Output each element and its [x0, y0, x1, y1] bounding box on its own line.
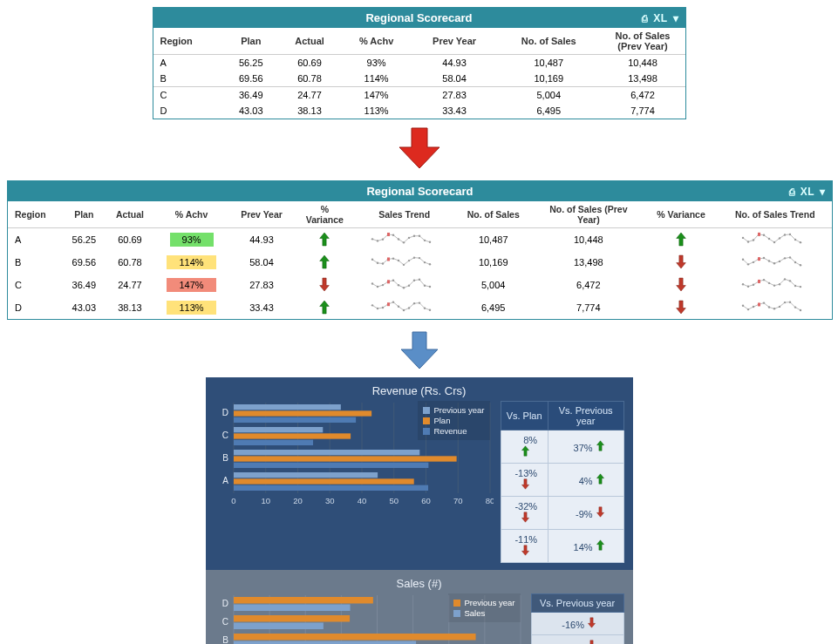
- svg-point-78: [371, 304, 372, 306]
- sparkline-icon: [371, 299, 439, 316]
- svg-rect-163: [234, 634, 476, 641]
- col-header: Prev Year: [228, 201, 294, 228]
- svg-point-4: [392, 234, 393, 235]
- cell-plan: 36.49: [224, 87, 278, 104]
- revenue-legend: Previous yearPlanRevenue: [418, 401, 489, 440]
- svg-rect-123: [234, 404, 341, 410]
- col-nsales: No. of Sales: [497, 28, 600, 55]
- variance-arrow-icon: [521, 545, 530, 558]
- cell-region: D: [8, 296, 62, 319]
- svg-rect-158: [234, 605, 351, 612]
- dropdown-icon[interactable]: ▾: [820, 186, 825, 198]
- svg-text:B: B: [222, 635, 228, 645]
- variance-arrow-icon: [587, 640, 596, 644]
- col-actual: Actual: [278, 28, 341, 55]
- table-row: B69.5660.78114%58.0410,16913,498: [8, 251, 832, 274]
- legend-item: Previous year: [423, 405, 484, 415]
- svg-rect-160: [234, 615, 350, 622]
- cell-prev: 33.43: [412, 103, 497, 119]
- svg-point-95: [763, 302, 765, 303]
- svg-point-99: [784, 302, 786, 303]
- export-xl-button[interactable]: XL: [801, 186, 814, 198]
- chart-dashboard: Revenue (Rs. Crs) 01020304050607080DCBA …: [206, 377, 633, 644]
- svg-point-96: [768, 306, 770, 308]
- legend-item: Sales: [453, 608, 514, 618]
- svg-point-101: [794, 306, 796, 308]
- svg-point-50: [800, 264, 801, 266]
- cell-plan: 43.03: [224, 103, 278, 119]
- cell-achv: 93%: [341, 55, 412, 71]
- dropdown-icon[interactable]: ▾: [673, 12, 678, 24]
- svg-point-80: [381, 307, 383, 308]
- svg-point-70: [768, 282, 770, 284]
- cell-achv: 93%: [154, 228, 229, 252]
- svg-rect-51: [758, 257, 760, 261]
- cell-plan: 56.25: [224, 55, 278, 71]
- cell-plan: 56.25: [62, 228, 106, 252]
- col-nsales-prev: No. of Sales (Prev Year): [601, 28, 685, 55]
- svg-point-79: [376, 308, 378, 309]
- sparkline-icon: [741, 254, 809, 271]
- cell-variance-1: [295, 274, 355, 296]
- cell-nsales: 10,487: [497, 55, 600, 71]
- cell-region: B: [153, 71, 224, 87]
- col-achv: % Achv: [341, 28, 412, 55]
- svg-point-14: [747, 241, 749, 242]
- svg-point-69: [763, 279, 765, 281]
- svg-point-21: [784, 234, 786, 235]
- cell-nsales-prev: 10,448: [533, 228, 644, 252]
- print-icon[interactable]: ⎙: [642, 13, 648, 24]
- cell-nsales: 10,169: [453, 251, 533, 274]
- svg-point-36: [423, 261, 425, 263]
- svg-text:C: C: [221, 617, 228, 627]
- panel-header: Regional Scorecard ⎙ XL ▾: [8, 181, 832, 201]
- col-header: Actual: [106, 201, 154, 228]
- cell-sales-trend: [355, 251, 453, 274]
- svg-rect-64: [387, 280, 390, 283]
- cell-actual: 24.77: [278, 87, 341, 104]
- side-row: -13%4%: [501, 464, 623, 497]
- col-header: Region: [8, 201, 62, 228]
- cell-nsales: 10,169: [497, 71, 600, 87]
- svg-rect-131: [234, 450, 419, 455]
- svg-rect-128: [234, 433, 351, 438]
- svg-point-100: [789, 301, 791, 302]
- svg-point-87: [418, 302, 419, 303]
- panel-header: Regional Scorecard ⎙ XL ▾: [153, 8, 685, 28]
- svg-point-1: [376, 240, 378, 241]
- export-xl-button[interactable]: XL: [653, 12, 667, 24]
- svg-text:80: 80: [485, 496, 493, 505]
- panel-title: Regional Scorecard: [365, 11, 472, 24]
- svg-point-75: [794, 285, 796, 287]
- svg-text:A: A: [222, 476, 228, 485]
- cell-variance-1: [295, 228, 355, 252]
- svg-point-98: [779, 306, 780, 308]
- side-header: Vs. Plan: [501, 402, 548, 430]
- svg-rect-127: [234, 427, 323, 432]
- svg-point-72: [779, 283, 780, 285]
- cell-nsales_prev: 7,774: [601, 103, 685, 119]
- variance-arrow-icon: [596, 440, 605, 453]
- svg-rect-133: [234, 463, 428, 468]
- svg-point-59: [407, 285, 409, 287]
- svg-point-34: [412, 256, 414, 258]
- svg-rect-161: [234, 623, 324, 630]
- cell-plan: 69.56: [224, 71, 278, 87]
- cell-variance-2: [644, 251, 719, 274]
- svg-rect-38: [387, 257, 390, 261]
- print-icon[interactable]: ⎙: [789, 186, 795, 197]
- col-header: No. of Sales (Prev Year): [533, 201, 644, 228]
- cell-nsales-trend: [718, 251, 832, 274]
- sales-side-table: Vs. Previous year-16%-13%-24%0%: [531, 593, 624, 644]
- svg-point-71: [773, 284, 775, 286]
- cell-nsales: 10,487: [453, 228, 533, 252]
- variance-arrow-icon: [596, 506, 605, 519]
- svg-text:60: 60: [421, 496, 431, 505]
- table-row: D43.0338.13113%33.436,4957,774: [153, 103, 685, 119]
- svg-text:50: 50: [389, 496, 399, 505]
- svg-point-66: [747, 285, 749, 287]
- svg-point-45: [773, 262, 775, 264]
- svg-rect-129: [234, 440, 313, 445]
- cell-achv: 113%: [341, 103, 412, 119]
- cell-nsales-prev: 6,472: [533, 274, 644, 296]
